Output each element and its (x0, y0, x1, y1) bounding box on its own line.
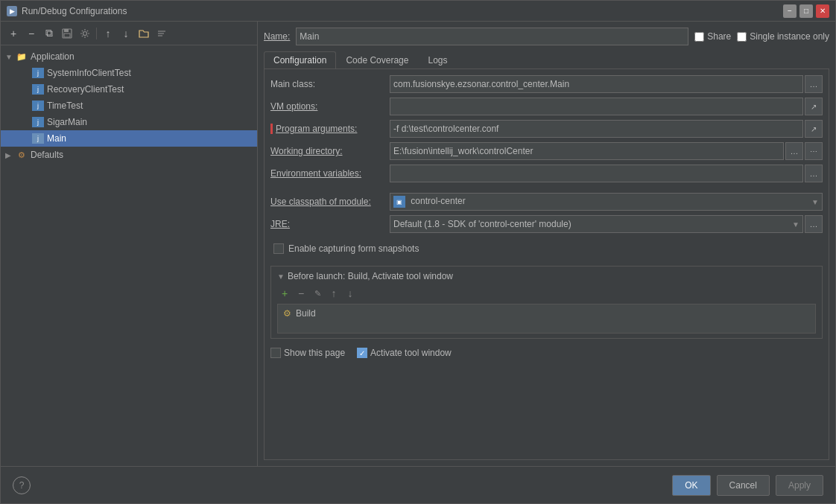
working-directory-expand-button[interactable]: ⋯ (805, 142, 823, 160)
show-this-page-text: Show this page (284, 348, 345, 358)
tab-code-coverage[interactable]: Code Coverage (336, 51, 418, 68)
jre-input-area: Default (1.8 - SDK of 'control-center' m… (390, 215, 823, 233)
sort-button[interactable] (153, 25, 170, 42)
working-directory-label: Working directory: (270, 146, 390, 156)
classpath-module-value: control-center (411, 196, 465, 206)
tree-label-main: Main (47, 133, 66, 144)
activate-tool-window-label[interactable]: ✓ Activate tool window (357, 348, 452, 358)
classpath-dropdown-arrow: ▼ (811, 198, 819, 206)
name-input[interactable] (296, 28, 688, 45)
main-window: ▶ Run/Debug Configurations − □ ✕ + − ⧉ (0, 0, 836, 504)
jre-row: JRE: Default (1.8 - SDK of 'control-cent… (270, 215, 823, 233)
environment-variables-input[interactable] (390, 165, 803, 182)
tab-logs[interactable]: Logs (418, 51, 457, 68)
apply-button[interactable]: Apply (776, 475, 823, 496)
single-instance-checkbox-label[interactable]: Single instance only (737, 31, 829, 42)
share-checkbox-label[interactable]: Share (694, 31, 731, 42)
svg-rect-2 (64, 34, 70, 37)
activate-tool-window-checkbox[interactable]: ✓ (357, 348, 367, 358)
jre-select[interactable]: Default (1.8 - SDK of 'control-center' m… (390, 215, 803, 233)
environment-variables-input-area: … (390, 165, 823, 182)
working-directory-row: Working directory: … ⋯ (270, 142, 823, 160)
before-launch-remove-button[interactable]: − (294, 286, 308, 301)
tree-item-systeminfoclienttest[interactable]: j SystemInfoClientTest (1, 65, 257, 81)
before-launch-down-button[interactable]: ↓ (343, 286, 358, 301)
working-directory-browse-button[interactable]: … (785, 142, 803, 160)
maximize-button[interactable]: □ (799, 4, 813, 18)
before-launch-header: ▼ Before launch: Build, Activate tool wi… (277, 271, 816, 281)
create-folder-button[interactable] (136, 25, 152, 42)
module-icon: ▣ (393, 196, 405, 208)
jre-browse-button[interactable]: … (805, 215, 823, 233)
close-button[interactable]: ✕ (816, 4, 829, 18)
before-launch-edit-button[interactable]: ✎ (310, 286, 325, 301)
show-this-page-label[interactable]: Show this page (270, 348, 345, 358)
move-up-button[interactable]: ↑ (100, 25, 116, 42)
main-class-input[interactable] (390, 75, 803, 93)
main-icon: j (32, 133, 44, 144)
before-launch-up-button[interactable]: ↑ (326, 286, 341, 301)
jre-dropdown-arrow: ▼ (792, 220, 799, 229)
tree-item-timetest[interactable]: j TimeTest (1, 98, 257, 114)
vm-options-input[interactable] (390, 98, 803, 115)
move-down-button[interactable]: ↓ (118, 25, 134, 42)
tree-label-sict: SystemInfoClientTest (47, 68, 131, 78)
tree-item-main[interactable]: j Main (1, 130, 257, 147)
tree-item-application[interactable]: ▼ 📁 Application (1, 48, 257, 65)
tree-toolbar: + − ⧉ ↑ ↓ (1, 22, 257, 45)
single-instance-checkbox[interactable] (737, 32, 747, 42)
name-right: Share Single instance only (694, 31, 829, 42)
working-directory-input-area: … ⋯ (390, 142, 823, 160)
content-area: + − ⧉ ↑ ↓ (1, 22, 835, 466)
config-panel: Main class: … VM options: ↗ Pr (264, 69, 829, 460)
program-arguments-row: Program arguments: ↗ (270, 120, 823, 138)
remove-config-button[interactable]: − (23, 25, 39, 42)
environment-variables-browse-button[interactable]: … (805, 165, 823, 182)
tree-label-tt: TimeTest (47, 101, 83, 111)
name-label: Name: (264, 31, 290, 42)
add-config-button[interactable]: + (5, 25, 22, 42)
enable-capturing-checkbox[interactable] (273, 243, 284, 254)
tree-label-defaults: Defaults (31, 150, 63, 160)
tree-item-defaults[interactable]: ▶ ⚙ Defaults (1, 147, 257, 163)
tree-item-sigarmain[interactable]: j SigarMain (1, 114, 257, 130)
rct-icon: j (32, 84, 44, 95)
program-arguments-input[interactable] (390, 120, 803, 138)
cancel-button[interactable]: Cancel (717, 475, 770, 496)
classpath-module-select[interactable]: ▣ control-center ▼ (390, 193, 823, 211)
classpath-module-row: Use classpath of module: ▣ control-cente… (270, 193, 823, 211)
tab-configuration[interactable]: Configuration (264, 51, 336, 68)
share-checkbox[interactable] (694, 32, 704, 42)
window-title: Run/Debug Configurations (22, 6, 127, 16)
defaults-icon: ⚙ (16, 149, 28, 161)
program-arguments-input-area: ↗ (390, 120, 823, 138)
build-list: ⚙ Build (277, 304, 816, 334)
working-directory-input[interactable] (390, 142, 784, 160)
tree-label-application: Application (31, 51, 75, 62)
copy-config-button[interactable]: ⧉ (41, 25, 57, 42)
show-this-page-checkbox[interactable] (270, 348, 281, 358)
svg-point-3 (83, 31, 87, 35)
tree-item-recoveryclienttest[interactable]: j RecoveryClientTest (1, 81, 257, 98)
help-button[interactable]: ? (13, 476, 31, 494)
before-launch-add-button[interactable]: + (277, 286, 292, 301)
sm-icon: j (32, 117, 44, 127)
environment-variables-row: Environment variables: … (270, 165, 823, 182)
before-launch-section: ▼ Before launch: Build, Activate tool wi… (270, 266, 823, 339)
minimize-button[interactable]: − (783, 4, 797, 18)
program-arguments-expand-button[interactable]: ↗ (805, 120, 823, 138)
vm-options-input-area: ↗ (390, 98, 823, 115)
config-tree: ▼ 📁 Application j SystemInfoClientTest j… (1, 45, 257, 466)
vm-options-expand-button[interactable]: ↗ (805, 98, 823, 115)
main-class-input-area: … (390, 75, 823, 93)
main-class-browse-button[interactable]: … (805, 75, 823, 93)
ok-button[interactable]: OK (672, 475, 710, 496)
classpath-module-input-area: ▣ control-center ▼ (390, 193, 823, 211)
settings-button[interactable] (77, 25, 93, 42)
right-panel: Name: Share Single instance only Configu… (258, 22, 835, 466)
before-launch-arrow[interactable]: ▼ (277, 272, 285, 281)
jre-value: Default (1.8 - SDK of 'control-center' m… (393, 219, 571, 229)
help-icon: ? (19, 480, 25, 491)
left-panel: + − ⧉ ↑ ↓ (1, 22, 258, 466)
save-config-button[interactable] (59, 25, 75, 42)
